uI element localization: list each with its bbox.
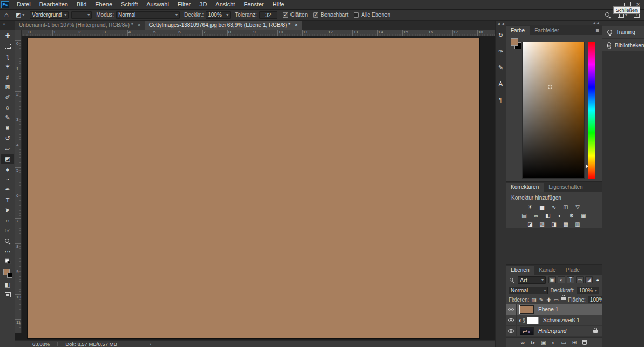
gradationskurven-icon[interactable]: ∿: [550, 203, 558, 210]
tolerance-input[interactable]: 32: [259, 11, 277, 19]
layer-thumbnail[interactable]: [520, 305, 534, 314]
tab-eigenschaften[interactable]: Eigenschaften: [544, 183, 587, 192]
tontrennung-icon[interactable]: ▨: [538, 221, 546, 228]
farbbalance-icon[interactable]: ∞: [532, 212, 540, 219]
zoom-tool[interactable]: [1, 236, 14, 246]
blend-mode-select[interactable]: Normal ▾: [509, 287, 548, 294]
healing-brush-tool[interactable]: ◊: [1, 103, 14, 113]
menu-schrift[interactable]: Schrift: [117, 1, 142, 8]
tab-farbfelder[interactable]: Farbfelder: [530, 26, 564, 35]
pen-tool[interactable]: ✒: [1, 185, 14, 195]
expand-panels-icon[interactable]: ◄◄: [497, 22, 505, 26]
horizontal-ruler[interactable]: 0123456789101112131415161718: [22, 30, 495, 36]
type-tool[interactable]: T: [1, 195, 14, 205]
menu-3d[interactable]: 3D: [195, 1, 211, 8]
layer-opacity-select[interactable]: 100% ▾: [577, 287, 599, 294]
layer-mask-thumbnail[interactable]: [527, 317, 539, 324]
panel-menu-icon[interactable]: ≡: [596, 27, 599, 33]
tool-preset-chevron-icon[interactable]: ▾: [22, 12, 24, 17]
lock-all-icon[interactable]: [561, 297, 566, 300]
document-tab[interactable]: GettyImages-138109764.jpg bei 63,9% (Ebe…: [145, 21, 302, 30]
fill-source-select[interactable]: Vordergrund ▾: [30, 11, 69, 19]
layer-thumbnail[interactable]: [520, 327, 534, 335]
add-mask-icon[interactable]: ▣: [541, 339, 546, 345]
lock-transparent-icon[interactable]: ▨: [531, 297, 536, 303]
tab-close-icon[interactable]: ×: [295, 22, 298, 28]
smart-object-filter-icon[interactable]: ◪: [585, 276, 593, 283]
visibility-toggle[interactable]: [506, 315, 517, 325]
alle-ebenen-checkbox-box[interactable]: [354, 12, 359, 18]
protokoll-panel[interactable]: ↻: [496, 29, 506, 42]
menu-ebene[interactable]: Ebene: [91, 1, 117, 8]
benachbart-checkbox-box[interactable]: ✓: [313, 12, 318, 18]
lock-artboard-icon[interactable]: ▭: [554, 297, 559, 303]
status-chevron-icon[interactable]: ›: [150, 341, 151, 347]
alle-ebenen-checkbox[interactable]: Alle Ebenen: [354, 12, 390, 18]
helligkeit-kontrast-icon[interactable]: ☀: [526, 203, 534, 210]
document-tab[interactable]: Unbenannt-1 bei 107% (Hintergrund, RGB/8…: [15, 21, 145, 30]
selektive-farbkorrektur-icon[interactable]: ▥: [574, 221, 582, 228]
menu-datei[interactable]: Datei: [12, 1, 35, 8]
tab-close-icon[interactable]: ×: [138, 22, 141, 28]
glaetten-checkbox[interactable]: ✓Glätten: [283, 12, 308, 18]
panel-menu-icon[interactable]: ≡: [596, 267, 599, 273]
foreground-background-swatches[interactable]: [511, 38, 523, 50]
layer-row[interactable]: Hintergrund: [506, 326, 602, 337]
foreground-swatch[interactable]: [511, 38, 518, 46]
pixel-layer-filter-icon[interactable]: ▣: [548, 276, 556, 283]
clone-stamp-tool[interactable]: ♜: [1, 123, 14, 133]
kanalmixer-icon[interactable]: ⚙: [568, 212, 576, 219]
color-lookup-icon[interactable]: ▦: [580, 212, 588, 219]
delete-layer-icon[interactable]: [582, 340, 587, 345]
crop-tool[interactable]: ♯: [1, 72, 14, 82]
shape-tool[interactable]: ○: [1, 215, 14, 226]
pattern-picker-select[interactable]: ▾: [71, 11, 92, 19]
foreground-background-colors[interactable]: [1, 267, 14, 280]
layer-name[interactable]: Hintergrund: [538, 328, 566, 334]
history-brush-tool[interactable]: ↺: [1, 133, 14, 144]
panel-menu-icon[interactable]: ≡: [596, 183, 599, 190]
adjustment-layer-filter-icon[interactable]: ◐: [558, 276, 565, 283]
add-adjustment-icon[interactable]: ◐: [552, 339, 555, 345]
hue-slider[interactable]: [588, 42, 595, 179]
collapse-panels-icon[interactable]: ◄◄: [592, 21, 600, 25]
color-picker-marker[interactable]: [548, 85, 552, 89]
hue-slider-marker[interactable]: [586, 164, 588, 168]
zoom-level-field[interactable]: 63,88%: [32, 341, 50, 347]
new-layer-icon[interactable]: ⊞: [572, 339, 577, 345]
canvas-document[interactable]: [27, 38, 480, 339]
search-icon[interactable]: [605, 12, 611, 18]
schwellenwert-icon[interactable]: ◨: [550, 221, 558, 228]
move-tool[interactable]: ✚: [1, 31, 14, 41]
shape-layer-filter-icon[interactable]: ▭: [576, 276, 584, 283]
toolbar-collapse-icon[interactable]: »: [3, 22, 5, 27]
opacity-select[interactable]: 100% ▾: [206, 11, 231, 19]
layer-style-icon[interactable]: fx: [531, 340, 535, 345]
visibility-toggle[interactable]: [506, 304, 517, 315]
menu-filter[interactable]: Filter: [173, 1, 195, 8]
layer-row[interactable]: ◐§Schwarzweiß 1: [506, 315, 602, 326]
training-panel[interactable]: Training: [602, 26, 644, 38]
menu-ansicht[interactable]: Ansicht: [211, 1, 239, 8]
more-tools[interactable]: ···: [1, 246, 14, 256]
eyedropper-tool[interactable]: ✐: [1, 92, 14, 103]
dodge-tool[interactable]: ◔: [1, 174, 14, 185]
tab-ebenen[interactable]: Ebenen: [506, 266, 534, 275]
menu-bild[interactable]: Bild: [72, 1, 91, 8]
mask-link-icon[interactable]: §: [523, 318, 525, 323]
mini-color-swatches[interactable]: [1, 256, 14, 267]
umkehren-icon[interactable]: ◪: [526, 221, 534, 228]
benachbart-checkbox[interactable]: ✓Benachbart: [313, 12, 348, 18]
brush-tool[interactable]: ✎: [1, 113, 14, 123]
absatz-panel[interactable]: ¶: [496, 93, 506, 106]
pinsel-panel[interactable]: ✎: [496, 61, 506, 74]
frame-tool[interactable]: ⊠: [1, 82, 14, 92]
ruler-corner[interactable]: [15, 30, 22, 36]
menu-auswahl[interactable]: Auswahl: [142, 1, 173, 8]
paint-bucket-tool[interactable]: ◩: [1, 154, 14, 164]
layer-name[interactable]: Ebene 1: [538, 307, 558, 312]
glaetten-checkbox-box[interactable]: ✓: [283, 12, 288, 18]
dynamik-icon[interactable]: ▽: [574, 203, 582, 210]
home-icon[interactable]: ⌂: [4, 11, 9, 19]
quick-selection-tool[interactable]: ✶: [1, 62, 14, 72]
